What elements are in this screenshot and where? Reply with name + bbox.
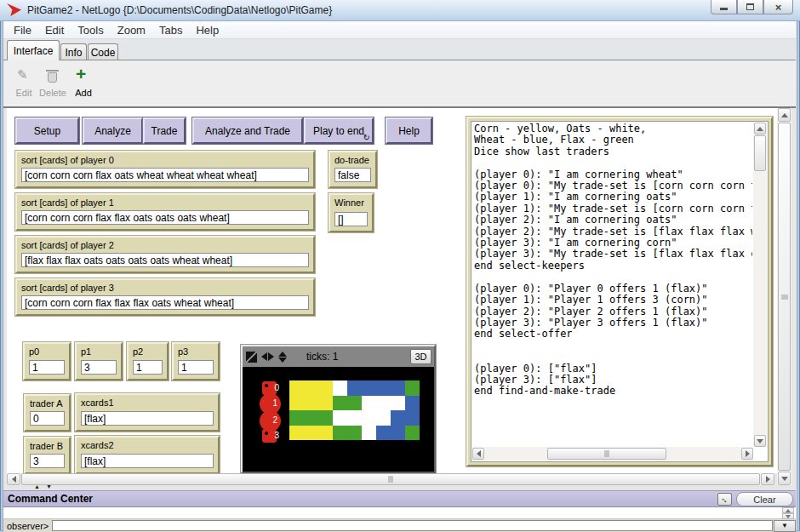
command-center-title: Command Center	[3, 493, 93, 505]
menu-help[interactable]: Help	[189, 24, 226, 37]
minimize-button[interactable]	[711, 0, 737, 14]
scroll-right-button[interactable]	[741, 448, 753, 460]
window-border-right	[797, 21, 800, 532]
setup-button[interactable]: Setup	[15, 117, 79, 144]
analyze-and-trade-button[interactable]: Analyze and Trade	[192, 117, 303, 144]
turtle-die-3: 3	[262, 429, 277, 443]
monitor-value: 3	[30, 454, 65, 468]
help-button[interactable]: Help	[386, 117, 432, 144]
play-to-end-button[interactable]: Play to end ↻	[304, 117, 374, 144]
monitor-label: sort [cards] of player 0	[17, 152, 313, 165]
view-3d-button[interactable]: 3D	[410, 349, 431, 364]
monitor-value: 0	[30, 411, 65, 426]
output-horizontal-scrollbar[interactable]	[472, 447, 753, 460]
command-input[interactable]	[52, 520, 773, 531]
patch-flax	[347, 396, 362, 411]
scroll-right-button[interactable]	[761, 473, 774, 485]
scroll-down-button[interactable]	[782, 513, 794, 519]
monitor-label: do-trade	[330, 152, 375, 165]
clear-button[interactable]: Clear	[736, 492, 793, 506]
scrollbar-thumb[interactable]	[778, 123, 791, 471]
tab-code[interactable]: Code	[88, 43, 118, 60]
monitor-do-trade: do-trade false	[329, 151, 377, 188]
patch-flax	[304, 410, 318, 426]
splitter-up-icon[interactable]: ▲	[34, 483, 40, 489]
menu-zoom[interactable]: Zoom	[111, 24, 152, 37]
patch-wheat	[347, 380, 362, 396]
monitor-trader-b: trader B 3	[24, 437, 71, 474]
menu-tabs[interactable]: Tabs	[152, 24, 189, 37]
output-inner: Corn - yellow, Oats - white, Wheat - blu…	[471, 121, 769, 462]
output-vertical-scrollbar[interactable]	[753, 123, 767, 447]
monitor-value: 1	[178, 360, 214, 375]
scroll-down-button[interactable]	[778, 472, 791, 485]
tab-interface[interactable]: Interface	[7, 40, 60, 60]
analyze-button[interactable]: Analyze	[83, 117, 143, 144]
vertical-resize-icon	[278, 352, 287, 363]
edit-widget-button[interactable]: Edit	[10, 88, 37, 98]
title-bar: PitGame2 - NetLogo {D:\Documents\CodingD…	[0, 0, 800, 21]
maximize-icon	[746, 3, 754, 10]
scrollbar-thumb[interactable]	[21, 473, 760, 485]
minimize-icon	[720, 8, 728, 10]
monitor-value: [corn corn corn flax oats wheat wheat wh…	[21, 168, 309, 182]
patch-corn	[289, 426, 304, 441]
monitor-label: xcards2	[77, 438, 218, 450]
patch-wheat	[376, 426, 391, 441]
monitor-p1: p1 3	[75, 342, 123, 380]
close-button[interactable]: ×	[763, 0, 793, 14]
patch-flax	[333, 426, 347, 441]
monitor-player0-cards: sort [cards] of player 0 [corn corn corn…	[15, 151, 315, 188]
patch-flax	[318, 410, 333, 426]
patch-corn	[318, 380, 333, 396]
scroll-left-button[interactable]	[472, 448, 484, 460]
patch-corn	[304, 426, 318, 441]
monitor-label: p1	[77, 344, 121, 357]
menu-file[interactable]: File	[7, 24, 38, 37]
popout-button[interactable]: ↔	[717, 493, 732, 506]
scroll-up-button[interactable]	[782, 507, 794, 513]
monitor-label: sort [cards] of player 3	[17, 280, 313, 293]
trash-icon	[46, 70, 59, 72]
agent-type-dropdown[interactable]: ▼	[774, 520, 796, 532]
patch-flax	[347, 426, 362, 441]
panel-horizontal-scrollbar[interactable]	[7, 473, 774, 486]
trade-button[interactable]: Trade	[143, 117, 186, 144]
monitor-label: sort [cards] of player 1	[17, 195, 313, 208]
patch-corn	[304, 396, 318, 411]
play-to-end-label: Play to end	[313, 125, 364, 137]
scrollbar-thumb[interactable]	[547, 448, 666, 460]
patch-flax	[405, 426, 420, 441]
pencil-icon: ✎	[17, 67, 28, 83]
patch-flax	[333, 396, 347, 411]
scrollbar-thumb[interactable]	[754, 135, 766, 171]
panel-vertical-scrollbar[interactable]	[777, 108, 791, 485]
scroll-up-button[interactable]	[754, 123, 766, 134]
patch-wheat	[391, 426, 405, 441]
patch-wheat	[362, 380, 376, 396]
splitter-down-icon[interactable]: ▼	[46, 483, 52, 489]
delete-widget-button[interactable]: Delete	[37, 88, 68, 98]
output-text: Corn - yellow, Oats - white, Wheat - blu…	[474, 123, 752, 446]
monitor-label: trader B	[26, 438, 69, 451]
menu-edit[interactable]: Edit	[38, 24, 71, 37]
patch-corn	[304, 380, 318, 396]
command-output-scrollbar[interactable]	[782, 507, 794, 519]
patch-wheat	[405, 396, 420, 411]
menu-tools[interactable]: Tools	[71, 24, 110, 37]
patch-oats	[362, 396, 376, 411]
tab-info[interactable]: Info	[60, 43, 87, 60]
scroll-up-button[interactable]	[778, 108, 791, 122]
ticks-counter: ticks: 1	[306, 351, 338, 363]
scroll-left-button[interactable]	[7, 473, 20, 485]
patch-flax	[289, 410, 304, 426]
maximize-button[interactable]	[737, 0, 763, 14]
patch-oats	[391, 396, 405, 411]
monitor-player1-cards: sort [cards] of player 1 [corn corn corn…	[15, 193, 315, 231]
trash-icon-body	[48, 72, 57, 83]
output-widget: Corn - yellow, Oats - white, Wheat - blu…	[466, 117, 773, 466]
add-widget-button[interactable]: Add	[70, 88, 97, 98]
monitor-xcards2: xcards2 [flax]	[75, 436, 220, 474]
scroll-down-button[interactable]	[754, 435, 766, 447]
world-grid	[289, 380, 420, 440]
